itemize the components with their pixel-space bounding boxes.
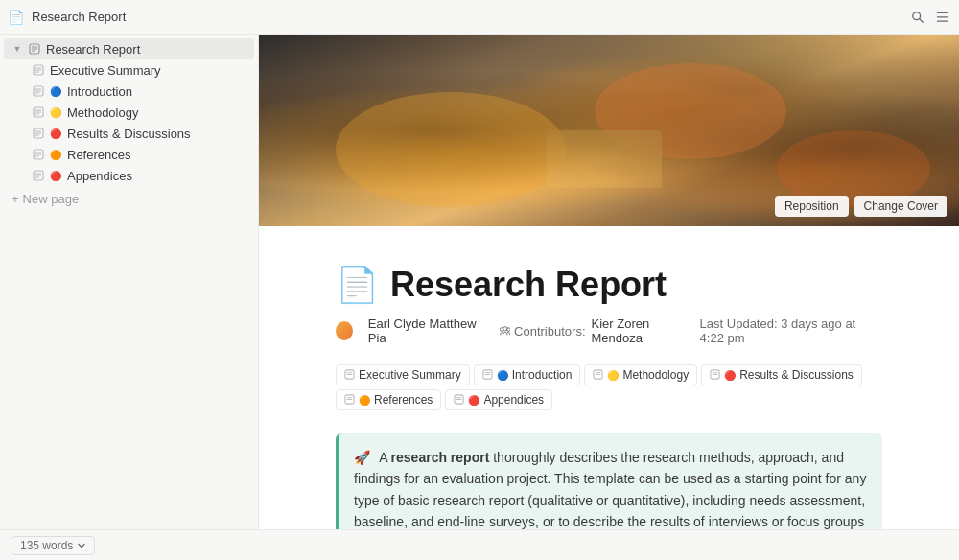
sidebar-item-introduction[interactable]: 🔵 Introduction (4, 81, 254, 102)
chevron-down-icon (77, 541, 86, 550)
page-doc-icon-6 (31, 168, 46, 183)
callout-green: 🚀 A research report thoroughly describes… (336, 433, 882, 529)
page-doc-icon-4 (31, 126, 46, 141)
contributors-names: Kier Zoren Mendoza (592, 316, 685, 345)
page-title-emoji: 📄 (336, 265, 379, 305)
subpage-link-introduction[interactable]: 🔵 Introduction (474, 364, 581, 385)
sidebar-item-results[interactable]: 🔴 Results & Discussions (4, 123, 254, 144)
author-name: Earl Clyde Matthew Pia (368, 316, 484, 345)
sidebar-root-item[interactable]: ▼ Research Report (4, 38, 254, 59)
reposition-button[interactable]: Reposition (775, 196, 849, 217)
author-avatar (336, 321, 353, 340)
sidebar-item-appendices[interactable]: 🔴 Appendices (4, 165, 254, 186)
page-body: 📄 Research Report Earl Clyde Matthew Pia… (259, 226, 959, 529)
callout-green-bold: research report (391, 450, 490, 465)
plus-icon: + (12, 192, 19, 206)
cover-image-container: Reposition Change Cover (259, 35, 959, 226)
subpage-link-methodology[interactable]: 🟡 Methodology (584, 364, 697, 385)
subpage-label-results: Results & Discussions (739, 368, 854, 382)
page-doc-icon-3 (31, 105, 46, 120)
sidebar-root-label: Research Report (46, 42, 246, 57)
callout-green-text-before: A (379, 450, 390, 465)
callout-green-icon: 🚀 (354, 450, 370, 465)
svg-rect-3 (937, 16, 948, 17)
page-doc-icon-5 (31, 147, 46, 162)
svg-point-33 (336, 92, 566, 207)
subpage-icon-1 (344, 369, 355, 382)
svg-rect-4 (937, 20, 948, 21)
sub-pages-row: Executive Summary 🔵 Introduction 🟡 (336, 364, 882, 410)
last-updated: Last Updated: 3 days ago at 4:22 pm (700, 316, 882, 345)
contributors-section: Contributors: Kier Zoren Mendoza (500, 316, 685, 345)
subpage-icon-4 (710, 369, 720, 382)
app-title: Research Report (32, 10, 901, 24)
sidebar-item-executive-summary[interactable]: Executive Summary (4, 59, 254, 81)
page-title-row: 📄 Research Report (336, 265, 882, 305)
sidebar-label-results: Results & Discussions (67, 127, 246, 141)
svg-rect-2 (937, 12, 948, 12)
sidebar-item-references[interactable]: 🟠 References (4, 144, 254, 165)
top-bar: 📄 Research Report (0, 0, 959, 35)
sidebar-root-icon (27, 41, 42, 57)
svg-rect-36 (547, 130, 662, 188)
sidebar-item-methodology[interactable]: 🟡 Methodology (4, 102, 254, 123)
subpage-link-results[interactable]: 🔴 Results & Discussions (701, 364, 862, 385)
svg-line-1 (920, 18, 924, 22)
subpage-icon-2 (482, 369, 493, 382)
main-content: Reposition Change Cover 📄 Research Repor… (259, 35, 959, 529)
contributors-label: Contributors: (514, 324, 585, 338)
sidebar-toggle[interactable]: ▼ (12, 43, 23, 55)
subpage-link-executive-summary[interactable]: Executive Summary (336, 364, 470, 385)
word-count-label: 135 words (20, 539, 73, 552)
page-title: Research Report (390, 265, 667, 305)
word-count-button[interactable]: 135 words (12, 536, 95, 555)
subpage-label-references: References (374, 393, 433, 407)
subpage-link-appendices[interactable]: 🔴 Appendices (445, 389, 552, 410)
sidebar: ▼ Research Report Executive Summary 🔵 In… (0, 35, 259, 529)
subpage-label-methodology: Methodology (622, 368, 689, 382)
bottom-bar: 135 words (0, 529, 959, 560)
new-page-label: New page (23, 192, 80, 206)
cover-buttons: Reposition Change Cover (775, 196, 947, 217)
search-icon[interactable] (909, 9, 926, 26)
layout: ▼ Research Report Executive Summary 🔵 In… (0, 35, 959, 529)
contributors-icon (500, 324, 511, 338)
sidebar-label-methodology: Methodology (67, 105, 246, 120)
app-icon: 📄 (8, 10, 24, 25)
subpage-label-appendices: Appendices (483, 393, 544, 407)
subpage-label-introduction: Introduction (512, 368, 573, 382)
new-page-button[interactable]: + New page (4, 188, 254, 210)
sidebar-label-introduction: Introduction (67, 84, 246, 99)
meta-row: Earl Clyde Matthew Pia Contributors: Kie… (336, 316, 882, 345)
subpage-icon-5 (344, 394, 355, 407)
subpage-icon-3 (593, 369, 603, 382)
sidebar-label-references: References (67, 148, 246, 162)
subpage-label-executive-summary: Executive Summary (359, 368, 461, 382)
sidebar-toggle-icon[interactable] (934, 9, 951, 26)
change-cover-button[interactable]: Change Cover (854, 196, 947, 217)
page-doc-icon-2 (31, 83, 46, 99)
sidebar-label-appendices: Appendices (67, 169, 246, 183)
sidebar-label-executive-summary: Executive Summary (50, 63, 246, 78)
subpage-link-references[interactable]: 🟠 References (336, 389, 441, 410)
page-doc-icon-1 (31, 62, 46, 78)
subpage-icon-6 (454, 394, 464, 407)
